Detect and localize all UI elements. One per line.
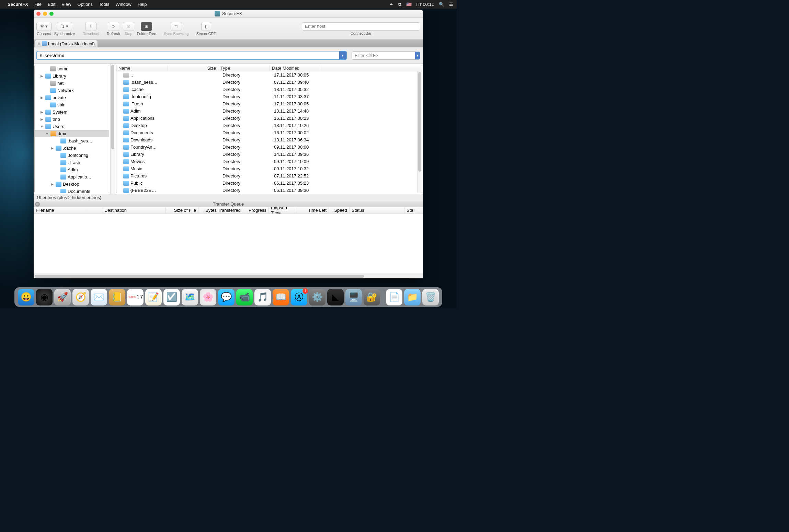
- tree-item[interactable]: sbin: [35, 101, 109, 108]
- tree-item[interactable]: .fontconfig: [35, 152, 109, 159]
- path-dropdown-button[interactable]: ▼: [339, 51, 346, 59]
- col-size[interactable]: Size: [168, 65, 218, 71]
- col-name[interactable]: Name: [116, 65, 168, 71]
- minimize-window-button[interactable]: [43, 12, 47, 16]
- tree-item[interactable]: ▼Users: [35, 123, 109, 130]
- session-tab-local[interactable]: ✕ Local (Dmxs-Mac.local): [34, 40, 98, 47]
- file-row[interactable]: .bash_sess…Directory07.11.2017 09:40: [116, 79, 417, 86]
- spotlight-icon[interactable]: 🔍: [439, 2, 444, 7]
- dock-ibooks[interactable]: 📖: [273, 289, 289, 305]
- tree-item[interactable]: ▶Library: [35, 72, 109, 80]
- dock-app-dark[interactable]: ◣: [327, 289, 344, 305]
- menu-tools[interactable]: Tools: [99, 2, 109, 7]
- menu-options[interactable]: Options: [77, 2, 93, 7]
- tab-close-icon[interactable]: ✕: [37, 42, 41, 46]
- dock-maps[interactable]: 🗺️: [182, 289, 198, 305]
- dock-messages[interactable]: 💬: [218, 289, 235, 305]
- filter-dropdown-button[interactable]: ▼: [415, 52, 420, 59]
- queue-close-button[interactable]: ✕: [35, 202, 40, 207]
- queue-col[interactable]: Bytes Transferred: [198, 207, 243, 213]
- status-cursor-icon[interactable]: ✒: [390, 2, 393, 7]
- file-row[interactable]: ..Directory17.11.2017 00:05: [116, 71, 417, 79]
- file-row[interactable]: ApplicationsDirectory16.11.2017 00:23: [116, 115, 417, 122]
- file-list-body[interactable]: ..Directory17.11.2017 00:05.bash_sess…Di…: [116, 71, 417, 193]
- tree-item[interactable]: .bash_ses…: [35, 137, 109, 144]
- queue-col[interactable]: Progress: [243, 207, 269, 213]
- dock-calendar[interactable]: НОЯБ17: [127, 289, 144, 305]
- connect-button[interactable]: ✲ ▾: [36, 22, 52, 31]
- synchronize-button[interactable]: ⇅ ▾: [57, 22, 72, 31]
- dock-mail[interactable]: ✉️: [91, 289, 107, 305]
- col-date[interactable]: Date Modified: [270, 65, 321, 71]
- tree-item[interactable]: ▶Desktop: [35, 181, 109, 188]
- refresh-button[interactable]: ⟳: [108, 22, 119, 31]
- file-row[interactable]: AdlmDirectory13.11.2017 14:48: [116, 107, 417, 115]
- status-display-icon[interactable]: ⧉: [398, 2, 401, 7]
- queue-col[interactable]: Elapsed Time: [269, 207, 296, 213]
- tree-item[interactable]: ▶.cache: [35, 144, 109, 152]
- tree-item[interactable]: Documents: [35, 188, 109, 193]
- tree-item[interactable]: net: [35, 80, 109, 87]
- dock-contacts[interactable]: 📒: [109, 289, 125, 305]
- dock-preferences[interactable]: ⚙️: [309, 289, 325, 305]
- tree-item[interactable]: Adlm: [35, 166, 109, 173]
- dock-siri[interactable]: ◉: [36, 289, 53, 305]
- file-row[interactable]: LibraryDirectory14.11.2017 09:36: [116, 151, 417, 158]
- file-row[interactable]: PublicDirectory06.11.2017 05:23: [116, 180, 417, 187]
- tree-item[interactable]: Network: [35, 87, 109, 94]
- file-row[interactable]: DesktopDirectory13.11.2017 10:26: [116, 122, 417, 129]
- menu-view[interactable]: View: [61, 2, 71, 7]
- tree-item[interactable]: ▶System: [35, 108, 109, 116]
- path-input[interactable]: [37, 51, 339, 59]
- dock-trash[interactable]: 🗑️: [422, 289, 439, 305]
- folder-tree-button[interactable]: ⊞: [141, 22, 152, 31]
- dock-safari[interactable]: 🧭: [72, 289, 89, 305]
- dock-facetime[interactable]: 📹: [236, 289, 253, 305]
- filelist-scrollbar[interactable]: [417, 71, 422, 193]
- dock-securefx[interactable]: 🔐: [364, 289, 380, 305]
- zoom-window-button[interactable]: [49, 12, 54, 16]
- securecrt-button[interactable]: ▯: [201, 22, 211, 31]
- file-row[interactable]: MusicDirectory09.11.2017 10:32: [116, 165, 417, 172]
- window-titlebar[interactable]: SecureFX: [34, 10, 423, 18]
- col-type[interactable]: Type: [218, 65, 270, 71]
- queue-col[interactable]: Speed: [329, 207, 350, 213]
- dock-reminders[interactable]: ☑️: [163, 289, 180, 305]
- dock-downloads[interactable]: 📁: [404, 289, 421, 305]
- queue-col[interactable]: Destination: [102, 207, 166, 213]
- dock-appstore[interactable]: Ⓐ1: [291, 289, 307, 305]
- file-row[interactable]: DocumentsDirectory16.11.2017 00:02: [116, 129, 417, 136]
- dock-documents[interactable]: 📄: [386, 289, 402, 305]
- file-row[interactable]: {FBBB23B…Directory06.11.2017 09:30: [116, 187, 417, 193]
- file-row[interactable]: FoundryAn…Directory09.11.2017 00:00: [116, 143, 417, 151]
- file-row[interactable]: .fontconfigDirectory11.11.2017 03:37: [116, 93, 417, 100]
- tree-item[interactable]: Applicatio…: [35, 173, 109, 181]
- host-input[interactable]: [302, 22, 420, 31]
- menu-list-icon[interactable]: ☰: [449, 2, 453, 7]
- close-window-button[interactable]: [36, 12, 41, 16]
- status-flag-icon[interactable]: 🇺🇸: [406, 2, 412, 7]
- queue-scrollbar[interactable]: [34, 274, 423, 278]
- queue-col[interactable]: Size of File: [166, 207, 198, 213]
- folder-tree-panel[interactable]: home▶LibrarynetNetwork▶privatesbin▶Syste…: [34, 65, 109, 193]
- tree-item[interactable]: ▶tmp: [35, 116, 109, 123]
- tree-item[interactable]: ▼dmx: [35, 130, 109, 137]
- file-row[interactable]: .cacheDirectory13.11.2017 05:32: [116, 86, 417, 93]
- dock-notes[interactable]: 📝: [145, 289, 162, 305]
- file-row[interactable]: MoviesDirectory09.11.2017 10:09: [116, 158, 417, 165]
- queue-col[interactable]: Status: [350, 207, 404, 213]
- dock-finder[interactable]: 😀: [18, 289, 34, 305]
- file-row[interactable]: PicturesDirectory07.11.2017 22:52: [116, 172, 417, 180]
- dock-photos[interactable]: 🌸: [200, 289, 216, 305]
- menu-help[interactable]: Help: [138, 2, 147, 7]
- filter-input[interactable]: [352, 52, 415, 59]
- file-row[interactable]: .TrashDirectory17.11.2017 00:05: [116, 100, 417, 107]
- app-menu[interactable]: SecureFX: [8, 2, 28, 7]
- tree-scrollbar[interactable]: [110, 64, 115, 194]
- dock-launchpad[interactable]: 🚀: [54, 289, 71, 305]
- tree-item[interactable]: home: [35, 65, 109, 72]
- tree-item[interactable]: ▶private: [35, 94, 109, 101]
- menu-file[interactable]: File: [34, 2, 42, 7]
- menu-edit[interactable]: Edit: [48, 2, 55, 7]
- dock-itunes[interactable]: 🎵: [254, 289, 271, 305]
